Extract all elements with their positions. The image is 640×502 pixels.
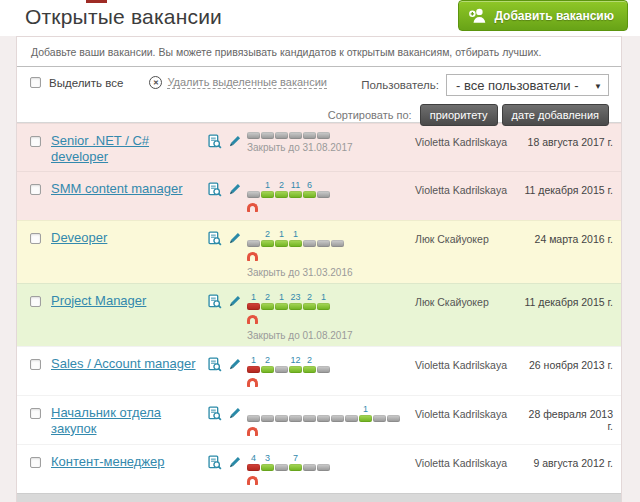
magnet-icon[interactable]	[247, 378, 258, 387]
view-details-icon[interactable]	[207, 134, 222, 153]
badge-row	[247, 250, 415, 264]
owner-name: Люк Скайуокер	[415, 296, 521, 308]
progress-segment	[331, 229, 344, 247]
progress-segment	[247, 229, 260, 247]
magnet-icon[interactable]	[247, 476, 258, 485]
progress-segment: 2	[303, 292, 316, 310]
vacancy-title-link[interactable]: Начальник отдела закупок	[51, 405, 207, 438]
user-filter-label: Пользователь:	[361, 79, 439, 91]
row-checkbox[interactable]	[30, 408, 41, 419]
progress-segment: 1	[261, 180, 274, 198]
chevron-down-icon: ▼	[594, 82, 602, 91]
progress-segment	[275, 132, 288, 139]
badge-row	[247, 376, 415, 390]
owner-name: Люк Скайуокер	[415, 233, 521, 245]
view-details-icon[interactable]	[207, 406, 222, 425]
progress-segment	[317, 132, 330, 139]
vacancy-title-link[interactable]: Контент-менеджер	[51, 454, 207, 470]
progress-segment	[317, 229, 330, 247]
vacancy-row: SMM content manager 12116	[17, 171, 621, 220]
progress-segment	[345, 404, 358, 422]
progress-segment	[317, 355, 330, 373]
close-deadline-note: Закрыть до 31.08.2017	[247, 142, 415, 153]
progress-segment	[289, 404, 302, 422]
open-vacancies-page: Открытые вакансии Добавить вакансию Доба…	[0, 0, 640, 502]
clipped-page-artifact	[86, 0, 107, 3]
view-details-icon[interactable]	[207, 357, 222, 376]
row-checkbox[interactable]	[30, 233, 41, 244]
vacancy-title-link[interactable]: SMM content manager	[51, 181, 207, 197]
row-checkbox[interactable]	[30, 359, 41, 370]
pipeline-bar: 437	[247, 453, 415, 471]
add-person-icon	[468, 6, 487, 25]
added-date: 11 декабря 2015 г.	[521, 296, 613, 308]
view-details-icon[interactable]	[207, 231, 222, 250]
progress-segment	[275, 355, 288, 373]
progress-segment	[247, 132, 260, 139]
vacancy-title-link[interactable]: Sales / Account manager	[51, 356, 207, 372]
added-date: 24 марта 2016 г.	[521, 233, 613, 245]
edit-icon[interactable]	[228, 294, 242, 313]
pipeline-bar: 12122	[247, 355, 415, 373]
progress-segment: 1	[359, 404, 372, 422]
sort-by-date-button[interactable]: дате добавления	[502, 104, 609, 126]
progress-segment: 2	[261, 229, 274, 247]
progress-segment	[247, 404, 260, 422]
row-checkbox[interactable]	[30, 457, 41, 468]
added-date: 9 августа 2012 г.	[521, 457, 613, 469]
vacancy-title-link[interactable]: Deveoper	[51, 230, 207, 246]
pipeline-progress: Закрыть до 31.08.2017	[247, 132, 415, 153]
edit-icon[interactable]	[228, 455, 242, 474]
pipeline-bar: 1	[247, 404, 415, 422]
select-all-label: Выделить все	[49, 77, 123, 89]
magnet-icon[interactable]	[247, 315, 258, 324]
progress-segment	[331, 404, 344, 422]
delete-selected-link: Удалить выделенные вакансии	[167, 76, 327, 89]
owner-name: Violetta Kadrilskaya	[415, 408, 521, 420]
vacancy-title-link[interactable]: Senior .NET / C# developer	[51, 133, 207, 166]
vacancy-row: Sales / Account manager 12122	[17, 346, 621, 395]
pipeline-bar: 211	[247, 229, 415, 247]
progress-segment	[261, 404, 274, 422]
magnet-icon[interactable]	[247, 252, 258, 261]
delete-selected-control[interactable]: ✕ Удалить выделенные вакансии	[149, 76, 327, 89]
edit-icon[interactable]	[228, 134, 242, 153]
badge-row	[247, 425, 415, 439]
add-vacancy-button[interactable]: Добавить вакансию	[458, 0, 628, 31]
view-details-icon[interactable]	[207, 294, 222, 313]
progress-segment: 1	[275, 292, 288, 310]
row-checkbox[interactable]	[30, 296, 41, 307]
badge-row	[247, 474, 415, 488]
magnet-icon[interactable]	[247, 427, 258, 436]
added-date: 26 ноября 2013 г.	[521, 359, 613, 371]
intro-text: Добавьте ваши вакансии. Вы можете привяз…	[17, 37, 621, 67]
sort-by-priority-button[interactable]: приоритету	[420, 104, 498, 126]
progress-segment: 7	[289, 453, 302, 471]
edit-icon[interactable]	[228, 406, 242, 425]
vacancy-row: Deveoper 211 Закрыть до 3	[17, 220, 621, 283]
view-details-icon[interactable]	[207, 455, 222, 474]
magnet-icon[interactable]	[247, 203, 258, 212]
row-checkbox[interactable]	[30, 184, 41, 195]
progress-segment: 1	[247, 355, 260, 373]
page-header: Открытые вакансии Добавить вакансию	[0, 0, 640, 36]
progress-segment: 12	[289, 355, 302, 373]
view-details-icon[interactable]	[207, 182, 222, 201]
pipeline-progress: 1212321 Закрыть до 01.08.2017	[247, 292, 415, 341]
progress-segment	[317, 404, 330, 422]
select-all-checkbox[interactable]	[30, 77, 41, 88]
progress-segment	[275, 404, 288, 422]
edit-icon[interactable]	[228, 357, 242, 376]
user-filter-select[interactable]: - все пользователи - ▼	[446, 74, 609, 96]
close-deadline-note: Закрыть до 01.08.2017	[247, 330, 415, 341]
row-checkbox[interactable]	[30, 136, 41, 147]
pipeline-progress: 12116	[247, 180, 415, 215]
progress-segment: 2	[261, 355, 274, 373]
edit-icon[interactable]	[228, 182, 242, 201]
vacancy-row: Начальник отдела закупок 1	[17, 395, 621, 444]
vacancy-title-link[interactable]: Project Manager	[51, 293, 207, 309]
vacancy-row: Project Manager 1212321 З	[17, 283, 621, 346]
edit-icon[interactable]	[228, 231, 242, 250]
progress-segment	[387, 404, 400, 422]
owner-name: Violetta Kadrilskaya	[415, 457, 521, 469]
